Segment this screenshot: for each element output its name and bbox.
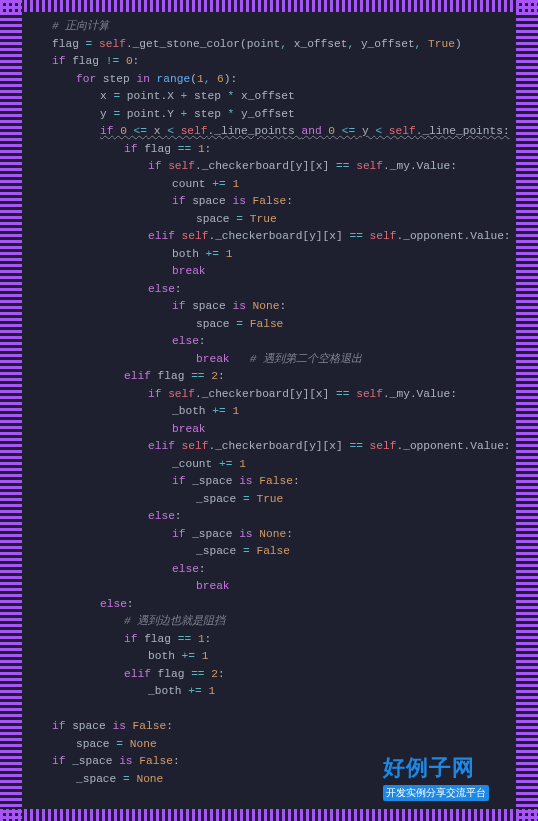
code-line: elif self._checkerboard[y][x] == self._o… — [28, 438, 510, 456]
code-line: # 遇到边也就是阻挡 — [28, 613, 510, 631]
code-line: elif flag == 2: — [28, 666, 510, 684]
code-line: else: — [28, 508, 510, 526]
code-line: break — [28, 578, 510, 596]
code-line: y = point.Y + step * y_offset — [28, 106, 510, 124]
code-block: # 正向计算flag = self._get_stone_color(point… — [28, 18, 510, 803]
code-line: space = False — [28, 316, 510, 334]
code-line: else: — [28, 333, 510, 351]
code-line: _space = True — [28, 491, 510, 509]
decorative-border-bottom — [0, 809, 538, 821]
code-line: else: — [28, 281, 510, 299]
code-line: _space = False — [28, 543, 510, 561]
code-line: space = True — [28, 211, 510, 229]
code-line: if space is None: — [28, 298, 510, 316]
code-line: if flag == 1: — [28, 631, 510, 649]
code-line: if self._checkerboard[y][x] == self._my.… — [28, 158, 510, 176]
code-line: if _space is False: — [28, 473, 510, 491]
code-line: _count += 1 — [28, 456, 510, 474]
code-line: count += 1 — [28, 176, 510, 194]
code-line: break — [28, 263, 510, 281]
code-line: flag = self._get_stone_color(point, x_of… — [28, 36, 510, 54]
code-line: elif self._checkerboard[y][x] == self._o… — [28, 228, 510, 246]
decorative-border-left — [0, 0, 22, 821]
code-line: space = None — [28, 736, 510, 754]
code-line: both += 1 — [28, 648, 510, 666]
code-line: elif flag == 2: — [28, 368, 510, 386]
decorative-border-top — [0, 0, 538, 12]
code-line: if flag == 1: — [28, 141, 510, 159]
code-line: if self._checkerboard[y][x] == self._my.… — [28, 386, 510, 404]
decorative-border-right — [516, 0, 538, 821]
code-line: else: — [28, 561, 510, 579]
code-line: if space is False: — [28, 718, 510, 736]
code-line: _both += 1 — [28, 683, 510, 701]
code-line: break — [28, 421, 510, 439]
code-line: for step in range(1, 6): — [28, 71, 510, 89]
code-line: else: — [28, 596, 510, 614]
code-line: # 正向计算 — [28, 18, 510, 36]
code-line: x = point.X + step * x_offset — [28, 88, 510, 106]
watermark-subtitle: 开发实例分享交流平台 — [383, 785, 489, 801]
watermark: 好例子网 开发实例分享交流平台 — [383, 753, 508, 801]
code-line — [28, 701, 510, 719]
code-line: both += 1 — [28, 246, 510, 264]
code-line: if space is False: — [28, 193, 510, 211]
code-line: if flag != 0: — [28, 53, 510, 71]
code-line: if 0 <= x < self._line_points and 0 <= y… — [28, 123, 510, 141]
watermark-title: 好例子网 — [383, 753, 508, 783]
code-line: break # 遇到第二个空格退出 — [28, 351, 510, 369]
code-line: if _space is None: — [28, 526, 510, 544]
code-line: _both += 1 — [28, 403, 510, 421]
